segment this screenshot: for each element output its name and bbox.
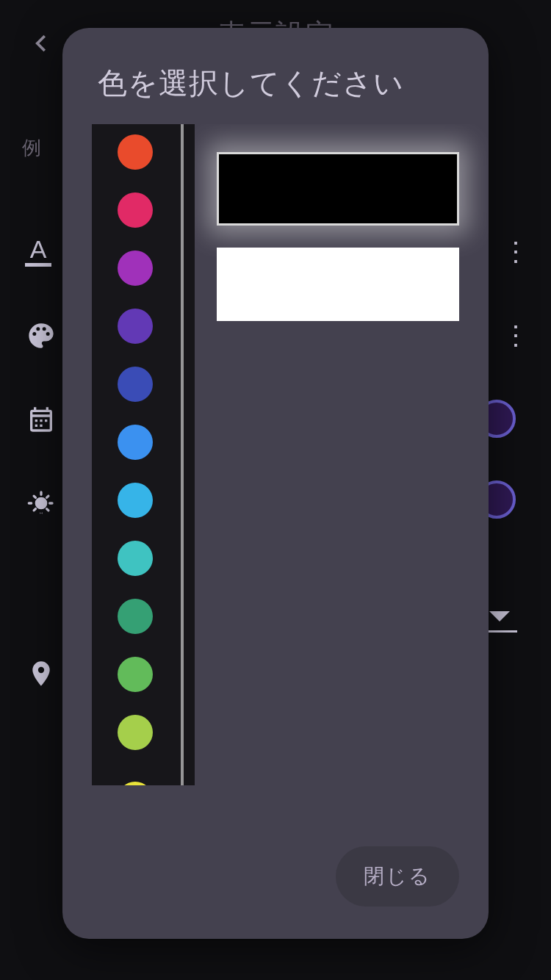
color-swatch[interactable] — [118, 425, 153, 460]
brightness-icon[interactable] — [25, 487, 57, 519]
color-swatch[interactable] — [118, 134, 153, 170]
preview-column — [217, 124, 459, 829]
color-swatch[interactable] — [118, 782, 153, 785]
color-swatch[interactable] — [118, 541, 153, 576]
more-options-icon[interactable]: ⋮ — [503, 237, 510, 267]
color-swatch[interactable] — [118, 309, 153, 344]
close-button[interactable]: 閉じる — [336, 846, 459, 907]
font-icon[interactable]: A — [25, 237, 51, 267]
example-label: 例 — [22, 135, 41, 161]
color-swatch-column — [92, 124, 195, 785]
color-swatch[interactable] — [118, 715, 153, 750]
palette-icon[interactable] — [25, 320, 57, 352]
dialog-title: 色を選択してください — [62, 28, 489, 124]
color-swatch[interactable] — [118, 483, 153, 518]
color-swatch[interactable] — [118, 599, 153, 634]
dropdown-arrow-icon[interactable] — [489, 611, 510, 621]
settings-sidebar: A — [25, 237, 62, 741]
preview-secondary-color[interactable] — [217, 248, 459, 321]
preview-selected-color[interactable] — [217, 152, 459, 226]
color-swatch[interactable] — [118, 657, 153, 692]
color-swatch-list[interactable] — [92, 124, 179, 785]
color-swatch[interactable] — [118, 367, 153, 402]
dialog-body — [62, 124, 489, 829]
calendar-icon[interactable] — [25, 403, 57, 436]
more-options-icon[interactable]: ⋮ — [503, 320, 510, 351]
scrollbar[interactable] — [181, 124, 184, 785]
dialog-footer: 閉じる — [62, 829, 489, 939]
location-pin-icon[interactable] — [25, 657, 57, 690]
color-picker-dialog: 色を選択してください 閉じる — [62, 28, 489, 939]
color-swatch[interactable] — [118, 192, 153, 228]
color-swatch[interactable] — [118, 251, 153, 286]
